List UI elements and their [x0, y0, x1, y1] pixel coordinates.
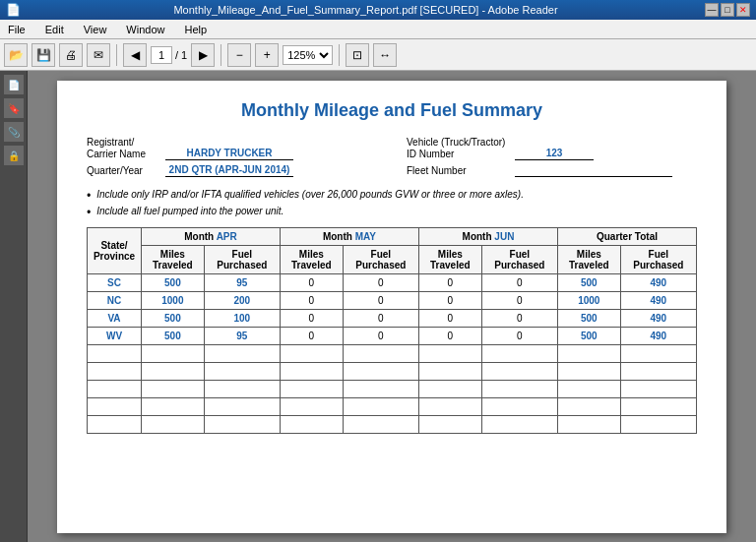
sidebar-bookmarks-icon[interactable]: 🔖	[4, 98, 24, 118]
prev-page-button[interactable]: ◀	[123, 43, 147, 67]
may-miles-cell: 0	[280, 328, 343, 345]
registrant-label: Registrant/Carrier Name	[87, 137, 165, 160]
jun-miles-header: MilesTraveled	[418, 246, 481, 274]
toolbar: 📂 💾 🖨 ✉ ◀ / 1 ▶ − + 125% 100% 75% 150% ⊡…	[0, 39, 756, 71]
apr-header: Month APR	[142, 228, 281, 246]
zoom-select[interactable]: 125% 100% 75% 150%	[283, 45, 333, 65]
report-title: Monthly Mileage and Fuel Summary	[87, 100, 697, 121]
page-total: 1	[181, 49, 187, 61]
state-cell: WV	[88, 328, 142, 345]
email-button[interactable]: ✉	[87, 43, 110, 67]
empty-row	[88, 381, 697, 398]
fleet-value	[515, 164, 672, 177]
month-label-3: Month	[463, 231, 492, 242]
registrant-field: Registrant/Carrier Name HARDY TRUCKER	[87, 137, 377, 160]
jun-fuel-cell: 0	[481, 328, 557, 345]
print-button[interactable]: 🖨	[59, 43, 83, 67]
menu-file[interactable]: File	[4, 22, 30, 37]
quarter-value: 2ND QTR (APR-JUN 2014)	[165, 164, 293, 177]
fleet-field: Fleet Number	[407, 164, 697, 177]
minimize-button[interactable]: —	[705, 3, 719, 17]
jun-miles-cell: 0	[418, 328, 481, 345]
menu-view[interactable]: View	[80, 22, 111, 37]
app-icon: 📄	[6, 3, 21, 17]
vehicle-field: Vehicle (Truck/Tractor)ID Number 123	[407, 137, 697, 160]
state-cell: VA	[88, 310, 142, 328]
jun-miles-cell: 0	[418, 274, 481, 292]
apr-fuel-cell: 95	[204, 274, 280, 292]
page-separator: /	[175, 49, 178, 61]
apr-label: APR	[217, 231, 237, 242]
zoom-out-button[interactable]: −	[227, 43, 251, 67]
menu-edit[interactable]: Edit	[41, 22, 68, 37]
bullet-1: • Include only IRP and/or IFTA qualified…	[87, 189, 697, 203]
separator-1	[116, 44, 117, 66]
fit-page-button[interactable]: ⊡	[346, 43, 369, 67]
apr-miles-cell: 500	[142, 328, 205, 345]
bullet-text-2: Include all fuel pumped into the power u…	[96, 206, 284, 216]
month-label-1: Month	[184, 231, 214, 242]
quarter-label: Quarter/Year	[87, 165, 165, 177]
empty-row	[88, 398, 697, 416]
qt-fuel-header: FuelPurchased	[620, 246, 696, 274]
jun-fuel-cell: 0	[481, 274, 557, 292]
qt-fuel-cell: 490	[620, 274, 696, 292]
close-button[interactable]: ✕	[736, 3, 750, 17]
may-fuel-header: FuelPurchased	[343, 246, 418, 274]
table-row: SC 500 95 0 0 0 0 500 490	[88, 274, 697, 292]
jun-fuel-cell: 0	[481, 310, 557, 328]
separator-3	[339, 44, 340, 66]
apr-miles-cell: 1000	[142, 292, 205, 310]
table-row: VA 500 100 0 0 0 0 500 490	[88, 310, 697, 328]
form-right: Vehicle (Truck/Tractor)ID Number 123 Fle…	[377, 137, 697, 181]
window-title: Monthly_Mileage_And_Fuel_Summary_Report.…	[27, 4, 705, 16]
instructions: • Include only IRP and/or IFTA qualified…	[87, 189, 697, 219]
maximize-button[interactable]: □	[721, 3, 734, 17]
form-section: Registrant/Carrier Name HARDY TRUCKER Qu…	[87, 137, 697, 181]
bullet-dot-2: •	[87, 206, 91, 219]
qt-miles-cell: 500	[557, 328, 620, 345]
may-label: MAY	[355, 231, 376, 242]
form-left: Registrant/Carrier Name HARDY TRUCKER Qu…	[87, 137, 377, 181]
apr-miles-cell: 500	[142, 310, 205, 328]
open-button[interactable]: 📂	[4, 43, 28, 67]
separator-2	[220, 44, 221, 66]
sidebar-lock-icon: 🔒	[4, 146, 24, 165]
table-row: WV 500 95 0 0 0 0 500 490	[88, 328, 697, 345]
qt-fuel-cell: 490	[620, 292, 696, 310]
jun-miles-cell: 0	[418, 310, 481, 328]
bullet-text-1: Include only IRP and/or IFTA qualified v…	[96, 189, 524, 200]
menu-help[interactable]: Help	[180, 22, 211, 37]
apr-miles-header: MilesTraveled	[142, 246, 205, 274]
next-page-button[interactable]: ▶	[191, 43, 215, 67]
save-button[interactable]: 💾	[32, 43, 55, 67]
menu-window[interactable]: Window	[122, 22, 168, 37]
quarter-field: Quarter/Year 2ND QTR (APR-JUN 2014)	[87, 164, 377, 177]
state-cell: SC	[88, 274, 142, 292]
zoom-in-button[interactable]: +	[255, 43, 279, 67]
apr-fuel-cell: 95	[204, 328, 280, 345]
vehicle-value: 123	[515, 148, 594, 160]
sidebar-pages-icon[interactable]: 📄	[4, 75, 24, 94]
jun-label: JUN	[494, 231, 514, 242]
content-area: 📄 🔖 📎 🔒 Monthly Mileage and Fuel Summary…	[0, 71, 756, 542]
sidebar-attachments-icon[interactable]: 📎	[4, 122, 24, 142]
jun-miles-cell: 0	[418, 292, 481, 310]
qt-fuel-cell: 490	[620, 328, 696, 345]
may-fuel-cell: 0	[343, 292, 418, 310]
window-controls: — □ ✕	[705, 3, 750, 17]
qt-fuel-cell: 490	[620, 310, 696, 328]
qt-miles-cell: 1000	[557, 292, 620, 310]
month-label-2: Month	[323, 231, 352, 242]
page-number-input[interactable]	[151, 46, 172, 64]
fit-width-button[interactable]: ↔	[373, 43, 397, 67]
table-row: NC 1000 200 0 0 0 0 1000 490	[88, 292, 697, 310]
bullet-dot-1: •	[87, 189, 91, 203]
quarter-total-header: Quarter Total	[557, 228, 696, 246]
empty-row	[88, 416, 697, 434]
summary-table: State/Province Month APR Month MAY Month…	[87, 227, 697, 434]
qt-miles-header: MilesTraveled	[557, 246, 620, 274]
pdf-viewport[interactable]: Monthly Mileage and Fuel Summary Registr…	[28, 71, 756, 542]
registrant-value: HARDY TRUCKER	[165, 148, 293, 160]
may-miles-header: MilesTraveled	[280, 246, 343, 274]
